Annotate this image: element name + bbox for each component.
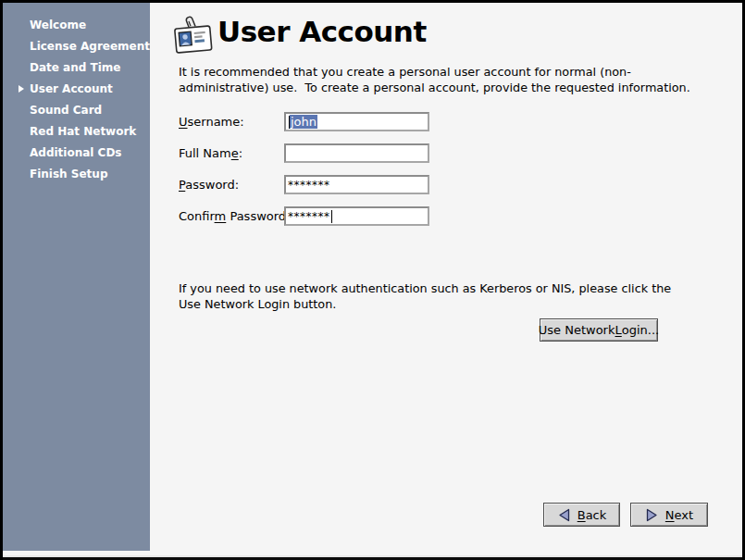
- id-badge-icon: [172, 14, 215, 58]
- password-label: Password:: [179, 175, 239, 194]
- mnemonic-letter: e: [231, 146, 239, 160]
- sidebar-item-license-agreement[interactable]: License Agreement: [3, 36, 150, 57]
- next-arrow-icon: [645, 508, 659, 522]
- sidebar-item-label: Date and Time: [30, 61, 120, 74]
- username-input[interactable]: john: [284, 112, 429, 131]
- confirm-password-input[interactable]: *******: [284, 206, 429, 226]
- button-label: Use Network: [539, 323, 615, 337]
- network-note-line-2: Use Network Login button.: [179, 296, 671, 312]
- sidebar-item-label: Additional CDs: [30, 146, 122, 159]
- sidebar-item-label: Welcome: [30, 19, 86, 31]
- fullname-input[interactable]: [284, 143, 429, 163]
- setup-agent-window: Welcome License Agreement Date and Time …: [0, 0, 745, 560]
- sidebar-item-date-and-time[interactable]: Date and Time: [3, 57, 150, 79]
- page-title: User Account: [217, 15, 427, 48]
- button-label: Back: [577, 508, 607, 522]
- sidebar-item-user-account[interactable]: User Account: [3, 79, 150, 100]
- selected-text: john: [290, 115, 317, 129]
- window-bottom-edge: [0, 555, 745, 560]
- sidebar-item-finish-setup[interactable]: Finish Setup: [3, 164, 150, 185]
- back-button[interactable]: Back: [543, 503, 620, 527]
- fullname-label: Full Name:: [179, 143, 242, 163]
- sidebar-item-label: Finish Setup: [30, 168, 107, 180]
- sidebar-item-sound-card[interactable]: Sound Card: [3, 100, 150, 121]
- next-button[interactable]: Next: [630, 503, 708, 527]
- use-network-login-button[interactable]: Use Network Login...: [540, 318, 658, 342]
- username-label: Username:: [179, 112, 244, 131]
- label-text: Full Nam: [179, 146, 231, 160]
- confirm-password-label: Confirm Password:: [179, 206, 290, 226]
- active-step-arrow-icon: [19, 85, 24, 93]
- wizard-steps-sidebar: Welcome License Agreement Date and Time …: [3, 3, 150, 551]
- masked-password-text: *******: [288, 212, 330, 221]
- label-text: :: [239, 146, 242, 160]
- intro-line-2: administrative) use. To create a persona…: [179, 80, 690, 95]
- label-text: Password:: [226, 209, 290, 223]
- sidebar-item-label: User Account: [30, 82, 113, 95]
- password-input[interactable]: *******: [284, 175, 429, 194]
- network-auth-note: If you need to use network authenticatio…: [179, 280, 671, 312]
- sidebar-item-label: License Agreement: [30, 40, 150, 53]
- label-text: Confir: [179, 209, 215, 223]
- mnemonic-letter: L: [615, 323, 622, 337]
- sidebar-item-welcome[interactable]: Welcome: [3, 15, 150, 36]
- intro-text: It is recommended that you create a pers…: [179, 64, 690, 95]
- content-pane: User Account It is recommended that you …: [150, 3, 742, 555]
- label-text: assword:: [185, 178, 239, 192]
- network-note-line-1: If you need to use network authenticatio…: [179, 280, 671, 296]
- label-text: sername:: [188, 115, 244, 129]
- mnemonic-letter: m: [215, 209, 227, 223]
- sidebar-item-label: Sound Card: [30, 104, 102, 117]
- mnemonic-letter: U: [179, 115, 188, 129]
- button-label: Next: [665, 508, 693, 522]
- button-label: ogin...: [622, 323, 659, 337]
- text-caret: [331, 210, 332, 223]
- sidebar-item-red-hat-network[interactable]: Red Hat Network: [3, 121, 150, 143]
- sidebar-item-label: Red Hat Network: [30, 125, 136, 138]
- back-arrow-icon: [557, 508, 571, 522]
- masked-password-text: *******: [288, 180, 330, 190]
- sidebar-item-additional-cds[interactable]: Additional CDs: [3, 143, 150, 164]
- intro-line-1: It is recommended that you create a pers…: [179, 64, 690, 80]
